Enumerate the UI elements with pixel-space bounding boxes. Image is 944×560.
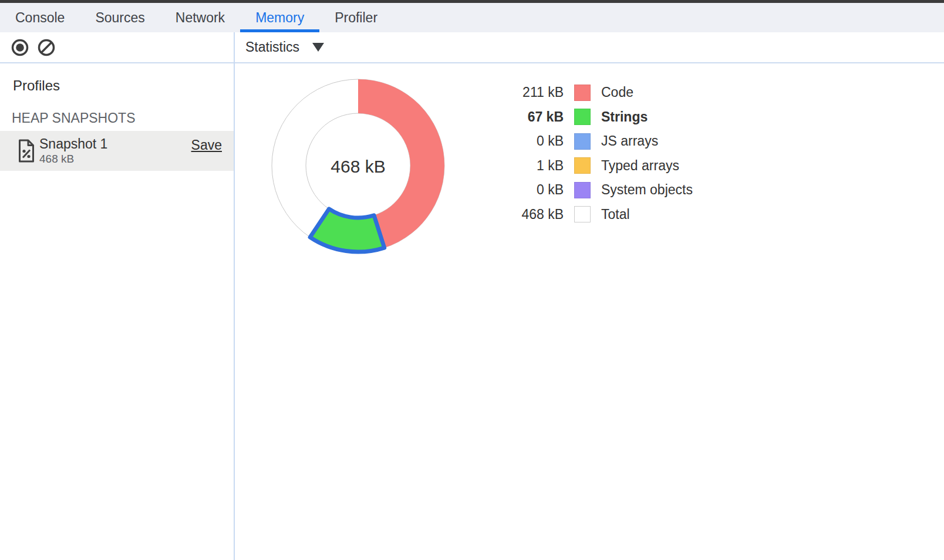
legend-value: 0 kB <box>481 182 564 198</box>
legend-label: Total <box>601 207 630 222</box>
legend-label: System objects <box>601 182 693 198</box>
tab-network[interactable]: Network <box>160 3 240 32</box>
legend-value: 0 kB <box>481 133 564 149</box>
heap-snapshot-file-icon <box>18 139 35 163</box>
legend-swatch-typed-arrays <box>574 157 591 174</box>
snapshot-size: 468 kB <box>39 153 74 166</box>
legend-value: 67 kB <box>481 109 564 125</box>
record-icon <box>11 38 29 57</box>
clear-icon <box>37 38 56 57</box>
tab-memory[interactable]: Memory <box>240 3 319 32</box>
legend-row-system-objects[interactable]: 0 kBSystem objects <box>481 178 693 203</box>
legend-swatch-strings <box>574 109 591 125</box>
profiles-title: Profiles <box>13 77 60 94</box>
record-heap-snapshot-button[interactable] <box>11 38 29 57</box>
toolbar <box>0 32 944 63</box>
clear-profiles-button[interactable] <box>37 38 56 57</box>
legend-row-code[interactable]: 211 kBCode <box>481 80 693 105</box>
legend-value: 211 kB <box>481 85 564 100</box>
legend-row-strings[interactable]: 67 kBStrings <box>481 105 693 130</box>
chevron-down-icon <box>312 43 324 52</box>
legend-swatch-system-objects <box>574 182 591 198</box>
legend-label: Typed arrays <box>601 158 679 174</box>
legend-value: 1 kB <box>481 158 564 174</box>
legend-swatch-total <box>574 206 591 222</box>
legend-row-total[interactable]: 468 kBTotal <box>481 203 693 227</box>
legend: 211 kBCode67 kBStrings0 kBJS arrays1 kBT… <box>481 80 693 227</box>
panel-divider[interactable] <box>234 32 235 560</box>
legend-label: JS arrays <box>601 133 658 149</box>
tab-profiler[interactable]: Profiler <box>319 3 393 32</box>
legend-swatch-code <box>574 85 591 101</box>
donut-chart: 468 kB <box>264 72 452 259</box>
donut-center-label: 468 kB <box>331 157 385 176</box>
legend-row-js-arrays[interactable]: 0 kBJS arrays <box>481 129 693 154</box>
save-snapshot-link[interactable]: Save <box>191 137 222 153</box>
legend-value: 468 kB <box>481 207 564 222</box>
legend-swatch-js-arrays <box>574 133 591 150</box>
snapshot-title: Snapshot 1 <box>39 136 107 152</box>
tab-bar: ConsoleSourcesNetworkMemoryProfiler <box>0 3 944 32</box>
tab-sources[interactable]: Sources <box>80 3 160 32</box>
legend-label: Code <box>601 85 633 100</box>
perspective-select[interactable]: Statistics <box>245 32 324 62</box>
tab-console[interactable]: Console <box>0 3 80 32</box>
perspective-select-label: Statistics <box>245 39 299 55</box>
legend-row-typed-arrays[interactable]: 1 kBTyped arrays <box>481 154 693 178</box>
heap-snapshots-section-title: HEAP SNAPSHOTS <box>12 110 135 126</box>
legend-label: Strings <box>601 109 648 125</box>
snapshot-list-item[interactable]: Snapshot 1 468 kB Save <box>0 131 234 171</box>
